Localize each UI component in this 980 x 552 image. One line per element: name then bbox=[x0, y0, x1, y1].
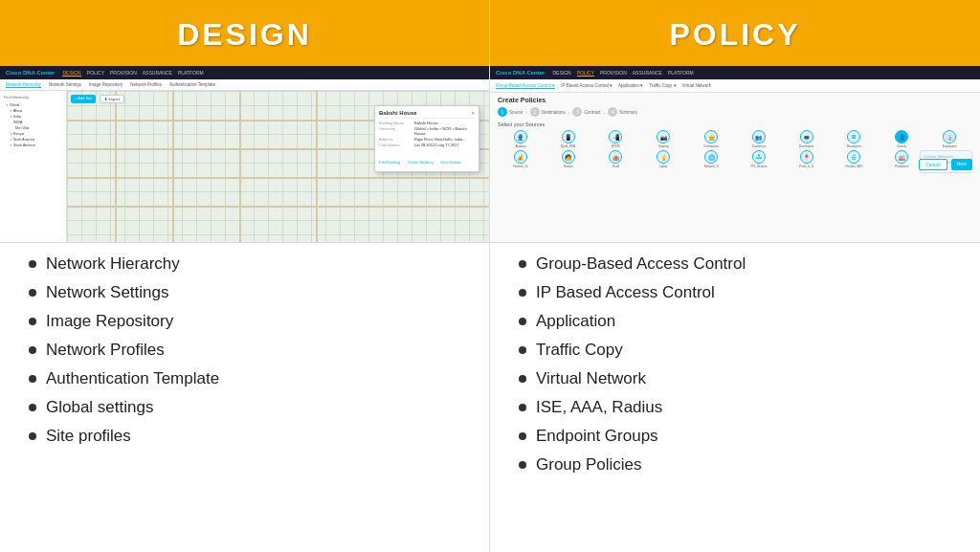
policy-bullet-7: Endpoint Groups bbox=[536, 427, 658, 446]
icon-byod[interactable]: 📲 BYOD bbox=[593, 130, 639, 148]
bullet-dot bbox=[29, 318, 36, 325]
icon-label-employees: Employees bbox=[943, 144, 957, 148]
tab-ip-access[interactable]: IP Based Access Control ▾ bbox=[561, 83, 612, 88]
bullet-item: Group Policies bbox=[519, 455, 951, 475]
step-arrow-1: › bbox=[525, 109, 527, 115]
next-button-mock[interactable]: Next bbox=[951, 159, 972, 170]
cancel-button-mock[interactable]: Cancel bbox=[919, 159, 947, 170]
tab-group-access[interactable]: Group-Based Access Control ▾ bbox=[496, 83, 555, 89]
icon-label-hotel: Hotel bbox=[612, 165, 619, 168]
bullet-item: Global settings bbox=[29, 398, 460, 417]
dna-design-mock: Cisco DNA Center DESIGN POLICY PROVISION… bbox=[0, 66, 489, 242]
design-bullets: Network Hierarchy Network Settings Image… bbox=[0, 243, 489, 552]
subtab-settings[interactable]: Network Settings bbox=[49, 82, 81, 87]
icon-label-point: Point_of_S bbox=[799, 165, 813, 168]
cisco-logo: Cisco DNA Center bbox=[6, 70, 55, 76]
nav-platform[interactable]: PLATFORM bbox=[178, 70, 204, 77]
customers-icon: 👥 bbox=[755, 134, 762, 141]
nav-design[interactable]: DESIGN bbox=[62, 70, 80, 77]
icon-hotel[interactable]: 🏨 Hotel bbox=[593, 150, 639, 168]
right-header: POLICY bbox=[490, 0, 980, 66]
view-details-link[interactable]: View Details bbox=[440, 160, 461, 165]
topbar-nav: DESIGN POLICY PROVISION ASSURANCE PLATFO… bbox=[62, 70, 203, 77]
bullet-dot bbox=[29, 260, 36, 268]
mobile-icon: 📲 bbox=[612, 134, 619, 141]
step-arrow-3: › bbox=[603, 109, 605, 115]
road-v1 bbox=[115, 91, 117, 242]
icon-guests2[interactable]: 🧑 Guests bbox=[546, 150, 591, 168]
policy-steps: 1 Source › 2 Destinations › 3 Contract bbox=[498, 107, 972, 117]
bullet-dot bbox=[29, 432, 36, 440]
icon-contractors[interactable]: 👷 Contractors bbox=[688, 130, 734, 148]
bullet-item: IP Based Access Control bbox=[519, 283, 951, 302]
step-arrow-2: › bbox=[568, 109, 570, 115]
icon-circle-camera: 📷 bbox=[657, 130, 670, 144]
policy-nav-policy[interactable]: POLICY bbox=[577, 70, 594, 77]
popup-building-row: Building Name Bakshi House bbox=[379, 121, 475, 125]
import-btn[interactable]: ⬇ Import bbox=[100, 95, 123, 103]
policy-nav-assurance[interactable]: ASSURANCE bbox=[633, 70, 662, 77]
nav-provision[interactable]: PROVISION bbox=[110, 70, 137, 77]
tab-virtual-network[interactable]: Virtual Network bbox=[682, 83, 711, 88]
icon-circle-lights: 💡 bbox=[657, 150, 670, 164]
tree-south-america[interactable]: ▼ South America bbox=[4, 143, 62, 148]
policy-bullets: Group-Based Access Control IP Based Acce… bbox=[490, 243, 980, 552]
policy-content: Create Policies 1 Source › 2 Destination… bbox=[490, 93, 980, 176]
icon-guests[interactable]: 👤 Guests bbox=[879, 130, 924, 148]
icon-developers2[interactable]: 🖥 Developers bbox=[832, 130, 878, 148]
bullet-dot bbox=[519, 289, 526, 297]
icon-finance[interactable]: 💰 Finance_Gr bbox=[498, 150, 544, 168]
global-building-link[interactable]: Global Building bbox=[408, 160, 434, 165]
nav-policy[interactable]: POLICY bbox=[87, 70, 104, 77]
nav-assurance[interactable]: ASSURANCE bbox=[143, 70, 172, 77]
policy-nav-design[interactable]: DESIGN bbox=[552, 70, 570, 77]
bullet-dot bbox=[29, 346, 36, 354]
bullet-item: Network Hierarchy bbox=[29, 254, 460, 274]
sources-label: Select your Sources bbox=[498, 121, 972, 127]
icon-developers[interactable]: 💻 Developers bbox=[784, 130, 830, 148]
tab-traffic-copy[interactable]: Traffic Copy ▾ bbox=[649, 83, 676, 88]
policy-bullet-2: IP Based Access Control bbox=[536, 283, 715, 302]
icon-pci[interactable]: 🖧 PCI_Servers bbox=[736, 150, 782, 168]
tab-application[interactable]: Application ▾ bbox=[618, 83, 643, 88]
icon-circle-printers: 🖨 bbox=[847, 150, 860, 164]
bullet-dot bbox=[519, 260, 526, 268]
icon-circle-guests2: 🧑 bbox=[562, 150, 575, 164]
icon-lights[interactable]: 💡 Lights bbox=[640, 150, 686, 168]
policy-nav-platform[interactable]: PLATFORM bbox=[668, 70, 694, 77]
icon-production[interactable]: 🏭 Production bbox=[879, 150, 924, 168]
step-2: 2 Destinations bbox=[530, 107, 566, 117]
icon-label-auditors: Auditors bbox=[515, 144, 525, 148]
bullet-text-1: Network Hierarchy bbox=[46, 254, 180, 274]
icon-employees[interactable]: 👔 Employees bbox=[926, 130, 972, 148]
icon-circle-finance: 💰 bbox=[514, 150, 527, 164]
subtab-profiles[interactable]: Network Profiles bbox=[130, 82, 162, 87]
bullet-item: Authentication Template bbox=[29, 369, 460, 388]
icon-printers[interactable]: 🖨 Printers_WiFi bbox=[832, 150, 878, 168]
icon-customers[interactable]: 👥 Customers bbox=[736, 130, 782, 148]
popup-close[interactable]: × bbox=[471, 110, 475, 116]
icon-circle-point: 📍 bbox=[800, 150, 813, 164]
popup-address-val: Rajiv Floor, New Delhi, India... bbox=[414, 137, 466, 142]
guests-icon: 👤 bbox=[899, 134, 905, 141]
bullet-dot bbox=[519, 432, 526, 440]
icon-byod-dea[interactable]: 📱 Byod_DEA bbox=[546, 130, 591, 148]
tree-icon-sa: ▼ bbox=[10, 144, 12, 147]
dna-policy-mock: Cisco DNA Center DESIGN POLICY PROVISION… bbox=[490, 66, 980, 242]
icon-network[interactable]: 🌐 Network_S bbox=[688, 150, 734, 168]
guests2-icon: 🧑 bbox=[565, 154, 571, 161]
icon-auditors[interactable]: 👤 Auditors bbox=[498, 130, 544, 148]
edit-building-link[interactable]: Edit Building bbox=[379, 160, 400, 165]
icon-circle-network: 🌐 bbox=[704, 150, 718, 164]
lights-icon: 💡 bbox=[660, 154, 667, 161]
policy-nav-provision[interactable]: PROVISION bbox=[600, 70, 627, 77]
add-site-btn[interactable]: + Add Site bbox=[71, 95, 96, 103]
production-icon: 🏭 bbox=[899, 154, 905, 161]
subtab-image[interactable]: Image Repository bbox=[89, 82, 122, 87]
design-subtabs: Network Hierarchy Network Settings Image… bbox=[0, 79, 489, 91]
icon-camera[interactable]: 📷 Camera bbox=[640, 130, 686, 148]
icon-point[interactable]: 📍 Point_of_S bbox=[784, 150, 830, 168]
subtab-hierarchy[interactable]: Network Hierarchy bbox=[6, 82, 41, 88]
subtab-auth[interactable]: Authentication Template bbox=[169, 82, 215, 87]
icon-label-camera: Camera bbox=[658, 144, 669, 148]
